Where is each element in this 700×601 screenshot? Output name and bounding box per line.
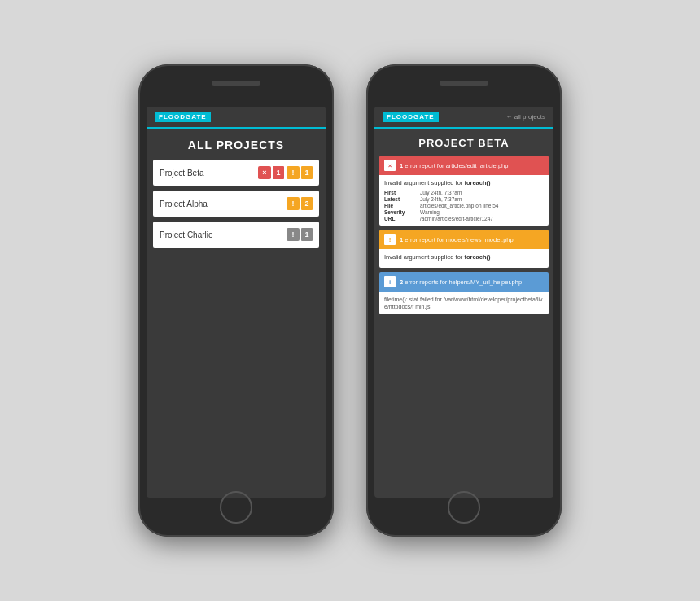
badge-warning-alpha: ! 2 bbox=[287, 197, 313, 210]
value-severity: Warning bbox=[420, 209, 440, 215]
app-header-2: FLOODGATE ← all projects bbox=[374, 107, 553, 129]
label-url: URL bbox=[384, 216, 417, 222]
all-projects-title: ALL PROJECTS bbox=[147, 129, 326, 160]
error-card-red[interactable]: × 1 error report for articles/edit_artic… bbox=[379, 156, 549, 226]
label-latest: Latest bbox=[384, 196, 417, 202]
label-severity: Severity bbox=[384, 209, 417, 215]
detail-url: URL /admin/articles/edit-article/1247 bbox=[384, 216, 544, 222]
error-card-body-blue: filetime(): stat failed for /var/www/htm… bbox=[379, 292, 549, 314]
phone-2: FLOODGATE ← all projects PROJECT BETA × … bbox=[366, 64, 562, 537]
app-logo-1: FLOODGATE bbox=[155, 112, 211, 122]
project-beta-title: PROJECT BETA bbox=[374, 129, 553, 156]
error-card-header-orange: ! 1 error report for models/news_model.p… bbox=[379, 230, 549, 249]
phone-1: FLOODGATE ALL PROJECTS Project Beta × 1 … bbox=[138, 64, 334, 537]
detail-latest: Latest July 24th, 7:37am bbox=[384, 196, 544, 202]
error-card-orange[interactable]: ! 1 error report for models/news_model.p… bbox=[379, 230, 549, 268]
error-exclaim-icon: ! bbox=[384, 234, 396, 245]
projects-list: Project Beta × 1 ! 1 Project Alpha bbox=[147, 160, 326, 248]
label-file: File bbox=[384, 203, 417, 208]
error-message-orange: Invalid argument supplied for foreach() bbox=[384, 253, 544, 261]
error-message-blue: filetime(): stat failed for /var/www/htm… bbox=[384, 296, 544, 310]
warning-icon-beta: ! bbox=[287, 166, 300, 179]
error-header-text-red: 1 error report for articles/edit_article… bbox=[400, 162, 508, 169]
detail-first: First July 24th, 7:37am bbox=[384, 190, 544, 195]
badge-info-charlie: ! 1 bbox=[287, 228, 313, 241]
error-card-blue[interactable]: i 2 error reports for helpers/MY_url_hel… bbox=[379, 272, 549, 314]
badges-alpha: ! 2 bbox=[287, 197, 313, 210]
label-first: First bbox=[384, 190, 417, 195]
value-url: /admin/articles/edit-article/1247 bbox=[420, 216, 493, 222]
error-icon-beta: × bbox=[258, 166, 271, 179]
error-details-red: First July 24th, 7:37am Latest July 24th… bbox=[384, 190, 544, 222]
project-row-beta[interactable]: Project Beta × 1 ! 1 bbox=[153, 160, 319, 186]
info-icon-charlie: ! bbox=[287, 228, 300, 241]
error-cards-list: × 1 error report for articles/edit_artic… bbox=[374, 156, 553, 314]
error-x-icon: × bbox=[384, 160, 396, 171]
value-first: July 24th, 7:37am bbox=[420, 190, 462, 195]
error-info-icon: i bbox=[384, 276, 396, 287]
value-latest: July 24th, 7:37am bbox=[420, 196, 462, 202]
app-header-1: FLOODGATE bbox=[147, 107, 326, 129]
info-count-charlie: 1 bbox=[301, 228, 313, 241]
project-row-charlie[interactable]: Project Charlie ! 1 bbox=[153, 222, 319, 248]
warning-count-alpha: 2 bbox=[301, 197, 313, 210]
badges-beta: × 1 ! 1 bbox=[258, 166, 313, 179]
project-name-charlie: Project Charlie bbox=[160, 230, 213, 239]
badge-error-beta: × 1 bbox=[258, 166, 284, 179]
error-count-beta: 1 bbox=[273, 166, 284, 179]
error-card-header-red: × 1 error report for articles/edit_artic… bbox=[379, 156, 549, 175]
project-row-alpha[interactable]: Project Alpha ! 2 bbox=[153, 191, 319, 217]
screen-project-beta: FLOODGATE ← all projects PROJECT BETA × … bbox=[374, 107, 553, 498]
error-header-text-orange: 1 error report for models/news_model.php bbox=[400, 236, 514, 243]
back-button[interactable]: ← all projects bbox=[506, 113, 545, 121]
error-card-body-orange: Invalid argument supplied for foreach() bbox=[379, 249, 549, 268]
project-name-alpha: Project Alpha bbox=[160, 200, 208, 208]
warning-count-beta: 1 bbox=[301, 166, 313, 179]
badge-warning-beta: ! 1 bbox=[287, 166, 313, 179]
warning-icon-alpha: ! bbox=[287, 197, 300, 210]
error-card-header-blue: i 2 error reports for helpers/MY_url_hel… bbox=[379, 272, 549, 292]
app-logo-2: FLOODGATE bbox=[383, 112, 439, 122]
error-card-body-red: Invalid argument supplied for foreach() … bbox=[379, 175, 549, 226]
error-header-text-blue: 2 error reports for helpers/MY_url_helpe… bbox=[400, 279, 522, 286]
error-message-red: Invalid argument supplied for foreach() bbox=[384, 179, 544, 186]
detail-severity: Severity Warning bbox=[384, 209, 544, 215]
badges-charlie: ! 1 bbox=[287, 228, 313, 241]
project-name-beta: Project Beta bbox=[160, 169, 203, 178]
screen-all-projects: FLOODGATE ALL PROJECTS Project Beta × 1 … bbox=[147, 107, 326, 498]
detail-file: File articles/edit_article.php on line 5… bbox=[384, 203, 544, 208]
value-file: articles/edit_article.php on line 54 bbox=[420, 203, 498, 208]
